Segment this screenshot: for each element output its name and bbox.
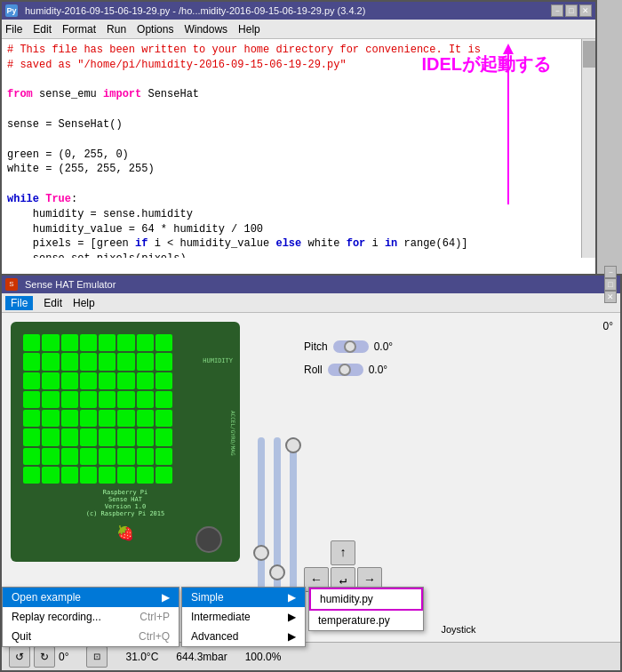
sense-minimize-btn[interactable]: － xyxy=(604,266,617,278)
code-line-8: green = (0, 255, 0) xyxy=(7,148,590,163)
idle-menubar: File Edit Format Run Options Windows Hel… xyxy=(2,20,595,39)
idle-menu-run[interactable]: Run xyxy=(107,23,126,36)
sense-menu-edit[interactable]: Edit xyxy=(44,297,62,309)
menu-item-quit[interactable]: Quit Ctrl+Q xyxy=(3,627,179,646)
code-line-4: from sense_emu import SenseHat xyxy=(7,87,590,102)
joy-empty-tr xyxy=(357,540,382,565)
slider-3-thumb[interactable] xyxy=(285,437,301,453)
code-line-6: sense = SenseHat() xyxy=(7,117,590,132)
pitch-label: Pitch xyxy=(304,340,328,353)
accel-label: ACCEL/GYRO/MAG xyxy=(230,411,236,456)
idle-menu-options[interactable]: Options xyxy=(137,23,173,36)
pitch-slider[interactable] xyxy=(333,340,369,353)
pitch-value: 0.0° xyxy=(374,340,393,353)
idle-close-btn[interactable]: ✕ xyxy=(579,4,592,17)
simple-arrow: ▶ xyxy=(288,591,296,604)
idle-menu-help[interactable]: Help xyxy=(238,23,260,36)
sense-maximize-btn[interactable]: □ xyxy=(604,278,617,291)
code-line-11: while True: xyxy=(7,192,590,207)
joy-empty-tl xyxy=(304,540,329,565)
code-line-14: pixels = [green if i < humidity_value el… xyxy=(7,236,590,252)
code-line-2: # saved as "/home/pi/humidity-2016-09-15… xyxy=(7,58,590,73)
sense-icon: S xyxy=(5,278,18,291)
temperature-file-label: temperature.py xyxy=(318,614,390,627)
temperature-status: 31.0°C xyxy=(125,651,158,663)
scrollbar-thumb[interactable] xyxy=(583,41,595,68)
replay-shortcut: Ctrl+P xyxy=(140,611,170,623)
pitch-control: Pitch 0.0° xyxy=(304,340,613,353)
roll-slider[interactable] xyxy=(328,364,363,376)
idle-title: humidity-2016-09-15-06-19-29.py - /ho...… xyxy=(25,5,365,16)
raspberry-logo: 🍓 xyxy=(116,524,134,542)
sense-menubar: File Edit Help xyxy=(2,293,620,313)
editor-scrollbar[interactable] xyxy=(581,39,595,258)
advanced-arrow: ▶ xyxy=(288,630,296,643)
idle-title-area: Py humidity-2016-09-15-06-19-29.py - /ho… xyxy=(5,4,365,17)
code-line-1: # This file has been written to your hom… xyxy=(7,43,590,58)
intermediate-arrow: ▶ xyxy=(288,611,296,623)
replay-label: Replay recording... xyxy=(12,611,101,623)
roll-thumb[interactable] xyxy=(339,364,351,376)
roll-value: 0.0° xyxy=(369,364,387,376)
sense-hat-emulator-window: S Sense HAT Emulator － □ ✕ File Edit Hel… xyxy=(0,274,622,672)
idle-titlebar: Py humidity-2016-09-15-06-19-29.py - /ho… xyxy=(2,2,595,20)
spacer xyxy=(304,384,613,535)
idle-editor-window: Py humidity-2016-09-15-06-19-29.py - /ho… xyxy=(0,0,597,276)
sense-menu-file[interactable]: File xyxy=(5,296,33,310)
sense-titlebar: S Sense HAT Emulator － □ ✕ xyxy=(2,276,620,293)
sense-title-area: S Sense HAT Emulator xyxy=(5,278,116,291)
code-line-12: humidity = sense.humidity xyxy=(7,207,590,222)
roll-label: Roll xyxy=(304,364,323,376)
slider-2-thumb[interactable] xyxy=(269,564,285,580)
menu-item-intermediate[interactable]: Intermediate ▶ xyxy=(182,607,305,627)
humidity-label: HUMIDITY xyxy=(203,357,233,364)
idle-menu-file[interactable]: File xyxy=(5,23,22,36)
rotate-cw-btn[interactable]: ↻ xyxy=(34,646,55,668)
slider-1-thumb[interactable] xyxy=(253,545,269,561)
sense-close-btn[interactable]: ✕ xyxy=(604,291,617,303)
menu-item-advanced[interactable]: Advanced ▶ xyxy=(182,627,305,646)
temperature-value: 31.0°C xyxy=(125,651,158,663)
menu-item-simple[interactable]: Simple ▶ xyxy=(182,588,305,607)
code-line-10 xyxy=(7,177,590,192)
idle-maximize-btn[interactable]: □ xyxy=(565,4,578,17)
code-line-9: white = (255, 255, 255) xyxy=(7,162,590,177)
pitch-thumb[interactable] xyxy=(344,340,356,353)
sense-hat-board: HUMIDITY ACCEL/GYRO/MAG Raspberry PiSens… xyxy=(11,322,240,562)
rotate-ccw-btn[interactable]: ↺ xyxy=(9,646,30,668)
led-matrix xyxy=(18,329,178,489)
rotation-display: 0° xyxy=(304,320,613,332)
code-line-3 xyxy=(7,73,590,88)
intermediate-label: Intermediate xyxy=(191,611,251,623)
example-category-submenu[interactable]: Simple ▶ Intermediate ▶ Advanced ▶ xyxy=(181,587,306,647)
idle-menu-format[interactable]: Format xyxy=(62,23,96,36)
python-icon: Py xyxy=(5,4,18,17)
connector-circle xyxy=(195,526,222,553)
idle-menu-windows[interactable]: Windows xyxy=(184,23,227,36)
open-example-arrow: ▶ xyxy=(162,591,170,604)
menu-item-replay[interactable]: Replay recording... Ctrl+P xyxy=(3,607,179,627)
simple-file-humidity[interactable]: humidity.py xyxy=(309,588,423,611)
open-example-label: Open example xyxy=(12,591,81,604)
pressure-status: 644.3mbar xyxy=(176,651,227,663)
quit-label: Quit xyxy=(12,630,31,643)
idle-code-editor[interactable]: # This file has been written to your hom… xyxy=(2,39,595,258)
humidity-file-label: humidity.py xyxy=(320,593,373,605)
humidity-status: 100.0% xyxy=(245,651,282,663)
humidity-value: 100.0% xyxy=(245,651,282,663)
simple-file-temperature[interactable]: temperature.py xyxy=(309,611,423,630)
code-line-5 xyxy=(7,102,590,117)
menu-item-open-example[interactable]: Open example ▶ xyxy=(3,588,179,607)
idle-window-controls[interactable]: － □ ✕ xyxy=(551,4,592,17)
sense-menu-help[interactable]: Help xyxy=(73,297,95,309)
sense-window-controls[interactable]: － □ ✕ xyxy=(604,266,617,303)
simple-files-submenu[interactable]: humidity.py temperature.py xyxy=(308,587,424,631)
joy-up-btn[interactable]: ↑ xyxy=(331,540,355,565)
file-dropdown-menu[interactable]: Open example ▶ Replay recording... Ctrl+… xyxy=(2,587,179,647)
idle-minimize-btn[interactable]: － xyxy=(551,4,563,17)
advanced-label: Advanced xyxy=(191,630,238,643)
code-line-7 xyxy=(7,132,590,148)
idle-menu-edit[interactable]: Edit xyxy=(33,23,52,36)
code-line-13: humidity_value = 64 * humidity / 100 xyxy=(7,222,590,237)
fit-btn[interactable]: ⊡ xyxy=(86,646,108,668)
